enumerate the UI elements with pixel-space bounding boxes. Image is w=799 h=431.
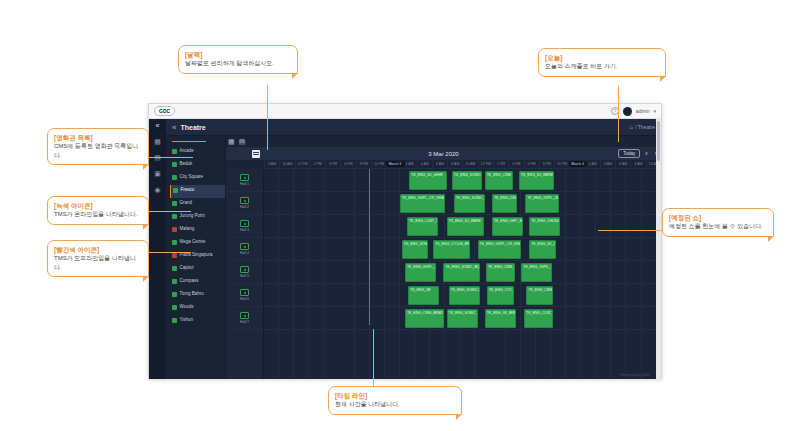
time-axis: 8 AM10 AM12 PM2 PM4 PM6 PM8 PM10 PM12 AM… xyxy=(264,160,661,169)
callout-body: TMS가 오프라인임을 나타냅니다. xyxy=(54,254,142,271)
scheduled-show-block[interactable]: TK_ENG_S5_8BRM xyxy=(447,217,484,236)
hall-cell: Hall 2 xyxy=(226,192,263,215)
theatre-name: Jurong Point xyxy=(180,213,205,218)
theatre-list-item[interactable]: Tiong Bahru xyxy=(170,289,225,302)
scheduled-show-block[interactable]: TK_ENG_CINE2 xyxy=(492,194,517,213)
next-day-button[interactable]: › xyxy=(653,150,659,157)
scheduled-show-block[interactable]: TK_ENG_GVPL_CR_GRAND xyxy=(478,240,522,259)
scheduled-show-block[interactable]: TK_ENG_SONIC_3D xyxy=(454,194,485,213)
theatre-name: Yishun xyxy=(180,317,194,322)
calendar-icon[interactable]: ▦ xyxy=(152,138,163,146)
current-date: 3 Mar 2020 xyxy=(226,151,661,157)
scheduled-show-block[interactable]: TK_ENG_GVPL_2B xyxy=(405,263,436,282)
fold-corner xyxy=(143,276,149,282)
scheduled-show-block[interactable]: TK_ENG_2B xyxy=(408,286,439,305)
scheduled-show-block[interactable]: TK_ENG_S5_8BRM xyxy=(519,171,554,190)
hall-cell: Hall 4 xyxy=(226,238,263,261)
day-divider-label: March 4 xyxy=(568,161,587,167)
callout-body: CMS에 등록된 영화관 목록입니다. xyxy=(54,142,142,159)
theatre-list-item[interactable]: Fresco xyxy=(170,185,225,198)
user-icon[interactable]: ◉ xyxy=(152,186,163,194)
hour-tick-label: 6 AM xyxy=(615,160,630,168)
hour-tick-label: 2 PM xyxy=(493,160,508,168)
theatre-list-item[interactable]: Jurong Point xyxy=(170,211,225,224)
scheduled-show-block[interactable]: TK_ENG_CINE xyxy=(485,171,513,190)
scheduled-show-block[interactable]: TK_ENG_CLNT_2B xyxy=(524,309,553,328)
connector-red-icon xyxy=(147,252,191,253)
online-status-icon xyxy=(172,201,177,206)
callout-calendar: [달력] 날짜별로 편리하게 탐색하십시오. xyxy=(178,45,298,74)
scheduled-show-block[interactable]: TK_ENG_GHT_3B xyxy=(492,217,523,236)
theatre-list-item[interactable]: Bedok xyxy=(170,159,225,172)
hall-cell: Hall 6 xyxy=(226,284,263,307)
scheduled-show-block[interactable]: TK_ENG_SONIC1 xyxy=(449,286,480,305)
theatre-list-item[interactable]: Compass xyxy=(170,276,225,289)
scheduled-show-block[interactable]: TK_ENG_CINE_BRM2 xyxy=(405,309,444,328)
building-icon[interactable]: ▣ xyxy=(152,170,163,178)
theatre-list-item[interactable]: Yishun xyxy=(170,315,225,328)
scheduled-show-block[interactable]: TK_ENG_SONIC_2B xyxy=(447,309,478,328)
scheduled-show-block[interactable]: TK_ENG_CYC_2B xyxy=(487,286,514,305)
theatre-list-item[interactable]: Capitol xyxy=(170,263,225,276)
scheduled-show-block[interactable]: TK_ENG_CINE_2B xyxy=(526,286,553,305)
home-icon[interactable]: ⌂ xyxy=(629,124,633,130)
grid-view-icon[interactable]: ▦ xyxy=(228,137,235,146)
scheduled-show-block[interactable]: TK_ENG_S5_BRM xyxy=(485,309,516,328)
online-status-icon xyxy=(172,318,177,323)
scheduled-show-block[interactable]: TK_ENG_GVPL_2B xyxy=(525,194,559,213)
list-view-icon[interactable]: ▤ xyxy=(239,137,246,146)
chevron-down-icon[interactable]: ▾ xyxy=(653,108,656,114)
theatre-name: Bedok xyxy=(180,161,193,166)
prev-day-button[interactable]: ‹ xyxy=(643,150,649,157)
theatre-list-item[interactable]: City Square xyxy=(170,172,225,185)
search-input[interactable] xyxy=(172,141,206,142)
user-avatar[interactable] xyxy=(623,107,632,116)
theatre-list: ArcadeBedokCity SquareFrescoGrandJurong … xyxy=(170,146,225,328)
scheduled-show-block[interactable]: TK_ENG_GVPL_CR_GRAND xyxy=(400,194,446,213)
hour-tick-label: 8 PM xyxy=(356,160,371,168)
theatre-name: Capitol xyxy=(180,265,194,270)
hall-cell: Hall 1 xyxy=(226,169,263,192)
scheduled-show-block[interactable]: TK_ENG_GVPL_2B xyxy=(521,263,552,282)
scheduled-show-block[interactable]: TK_ENG_SONIC xyxy=(452,171,482,190)
scheduled-show-block[interactable]: TK_ENG_S5_2B xyxy=(529,240,556,259)
back-icon[interactable]: « xyxy=(172,123,176,132)
scheduled-show-block[interactable]: TK_ENG_CLNT_2B xyxy=(407,217,438,236)
connector-scheduled-shows xyxy=(598,230,662,231)
callout-title: [녹색 아이콘] xyxy=(54,201,142,210)
scheduled-show-block[interactable]: TK_ENG_CINE_2B xyxy=(486,263,515,282)
user-name: admin xyxy=(636,108,650,114)
scheduled-show-block[interactable]: TK_ENG_CHLNG_2_3D xyxy=(529,217,560,236)
hour-tick-label: 4 PM xyxy=(508,160,523,168)
online-status-icon xyxy=(172,214,177,219)
hall-label: Hall 3 xyxy=(240,228,249,232)
theatre-list-item[interactable]: Malang xyxy=(170,224,225,237)
theatre-name: Mega Centre xyxy=(180,239,206,244)
screen-monitor-icon xyxy=(240,266,249,273)
hour-tick-label: 12 PM xyxy=(295,160,310,168)
app-window: GDC ? admin ▾ «▦▤▣◉ « Theatre ⌂ / Theatr… xyxy=(148,103,662,379)
film-icon[interactable]: ▤ xyxy=(152,154,163,162)
callout-body: 오늘의 스케줄로 바로 가기. xyxy=(545,62,659,71)
theatre-list-item[interactable]: Mega Centre xyxy=(170,237,225,250)
scheduled-show-block[interactable]: TK_ENG_CYCLE_BRM xyxy=(433,240,470,259)
theatre-list-item[interactable]: Woods xyxy=(170,302,225,315)
callout-title: [타임 라인] xyxy=(335,391,455,400)
hall-label: Hall 7 xyxy=(240,320,249,324)
scheduled-show-block[interactable]: TK_ENG_SONIC xyxy=(402,240,428,259)
screen-monitor-icon xyxy=(240,174,249,181)
online-status-icon xyxy=(172,292,177,297)
screen-monitor-icon xyxy=(240,197,249,204)
scheduled-show-block[interactable]: TK_ENG_S5_4KHR xyxy=(409,171,446,190)
hall-label: Hall 4 xyxy=(240,251,249,255)
breadcrumb: ⌂ / Theatre xyxy=(629,124,655,130)
today-button[interactable]: Today xyxy=(618,149,640,158)
hall-column: Hall 1Hall 2Hall 3Hall 4Hall 5Hall 6Hall… xyxy=(226,169,264,379)
scheduled-show-block[interactable]: TK_ENG_SONIC_BQ xyxy=(443,263,479,282)
theatre-name: Arcade xyxy=(180,148,194,153)
theatre-list-item[interactable]: Grand xyxy=(170,198,225,211)
collapse-icon[interactable]: « xyxy=(152,122,163,130)
scrollbar[interactable] xyxy=(656,119,661,379)
hall-cell: Hall 5 xyxy=(226,261,263,284)
schedule-track: TK_ENG_S5_4KHRTK_ENG_SONICTK_ENG_CINETK_… xyxy=(264,169,661,379)
